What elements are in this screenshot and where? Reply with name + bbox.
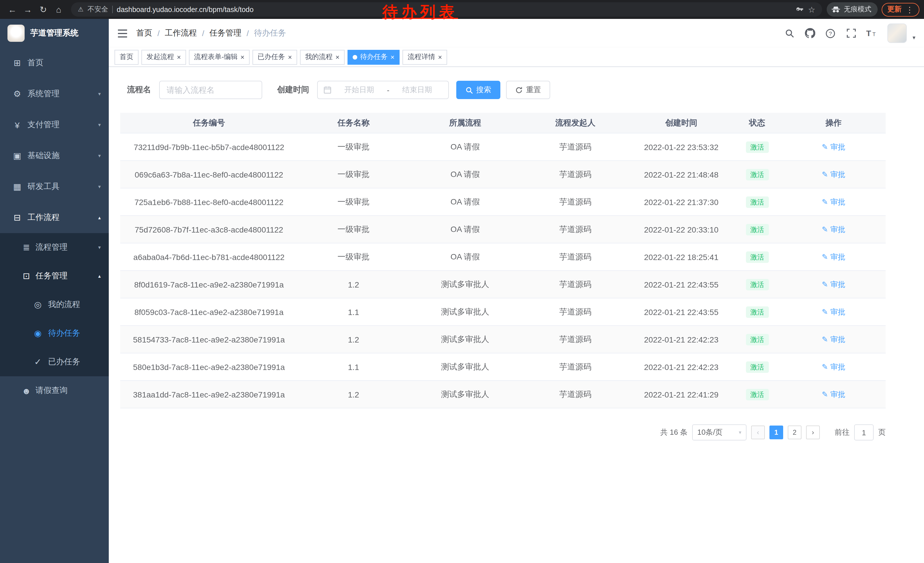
tab-start-process[interactable]: 发起流程 × — [141, 50, 186, 65]
divider — [112, 6, 113, 13]
browser-home-button[interactable]: ⌂ — [51, 2, 66, 17]
svg-text:?: ? — [829, 30, 832, 36]
table-row: a6aba0a4-7b6d-11ec-b781-acde48001122 一级审… — [120, 243, 886, 271]
close-icon[interactable]: × — [390, 54, 394, 60]
close-icon[interactable]: × — [240, 54, 244, 60]
browser-reload-button[interactable]: ↻ — [36, 2, 51, 17]
search-icon — [465, 86, 473, 94]
close-icon[interactable]: × — [438, 54, 442, 60]
chevron-down-icon: ▾ — [98, 122, 101, 128]
approve-link[interactable]: ✎审批 — [822, 362, 845, 372]
edit-icon: ✎ — [822, 170, 828, 179]
create-time-range-picker[interactable]: 开始日期 - 结束日期 — [317, 81, 449, 99]
sidebar-item-devtools[interactable]: ▦ 研发工具 ▾ — [0, 171, 109, 202]
edit-icon: ✎ — [822, 363, 828, 371]
process-name-input[interactable] — [159, 81, 262, 99]
goto-page-input[interactable] — [854, 424, 874, 440]
avatar[interactable] — [887, 24, 907, 43]
tab-my-process[interactable]: 我的流程 × — [300, 50, 345, 65]
incognito-label: 无痕模式 — [844, 5, 872, 14]
breadcrumb-task-mgmt[interactable]: 任务管理 — [210, 28, 242, 38]
tab-home[interactable]: 首页 — [114, 50, 138, 65]
approve-link[interactable]: ✎审批 — [822, 334, 845, 344]
edit-icon: ✎ — [822, 198, 828, 206]
close-icon[interactable]: × — [288, 54, 292, 60]
next-page-button[interactable]: › — [806, 426, 820, 439]
search-button[interactable]: 搜索 — [456, 81, 500, 99]
approve-link[interactable]: ✎审批 — [822, 142, 845, 152]
app-logo-row: 芋道管理系统 — [0, 19, 109, 48]
approve-link[interactable]: ✎审批 — [822, 197, 845, 207]
bookmark-star-icon[interactable]: ☆ — [808, 5, 815, 14]
font-size-icon[interactable]: TT — [863, 25, 880, 42]
page-button-2[interactable]: 2 — [788, 426, 801, 439]
tab-form-edit[interactable]: 流程表单-编辑 × — [189, 50, 250, 65]
edit-icon: ✎ — [822, 308, 828, 316]
breadcrumb-workflow[interactable]: 工作流程 — [165, 28, 197, 38]
sidebar-item-home[interactable]: ⊞ 首页 — [0, 48, 109, 78]
reset-button[interactable]: 重置 — [506, 81, 550, 99]
total-count: 共 16 条 — [660, 427, 687, 438]
status-badge: 激活 — [746, 306, 769, 318]
sidebar-item-done-task[interactable]: ✓ 已办任务 — [0, 348, 109, 376]
browser-forward-button[interactable]: → — [20, 2, 36, 17]
page-unit-label: 页 — [878, 427, 886, 438]
sidebar-item-infra[interactable]: ▣ 基础设施 ▾ — [0, 140, 109, 171]
fullscreen-icon[interactable] — [843, 25, 860, 42]
edit-icon: ✎ — [822, 335, 828, 344]
sidebar-item-todo-task[interactable]: ◉ 待办任务 — [0, 319, 109, 348]
approve-link[interactable]: ✎审批 — [822, 279, 845, 290]
dashboard-icon: ⊞ — [13, 58, 22, 68]
menu-dots-icon[interactable]: ⋮ — [906, 5, 914, 14]
close-icon[interactable]: × — [177, 54, 181, 60]
status-badge: 激活 — [746, 224, 769, 235]
table-row: 75d72608-7b7f-11ec-a3c8-acde48001122 一级审… — [120, 216, 886, 243]
check-icon: ✓ — [33, 357, 42, 367]
app-title: 芋道管理系统 — [30, 28, 78, 38]
page-button-1[interactable]: 1 — [770, 426, 783, 439]
sidebar-item-my-process[interactable]: ◎ 我的流程 — [0, 290, 109, 319]
update-button[interactable]: 更新 ⋮ — [882, 3, 920, 17]
approve-link[interactable]: ✎审批 — [822, 307, 845, 317]
key-icon[interactable] — [796, 6, 804, 14]
table-header: 任务编号 任务名称 所属流程 流程发起人 创建时间 状态 操作 — [120, 113, 886, 134]
approve-link[interactable]: ✎审批 — [822, 252, 845, 262]
approve-link[interactable]: ✎审批 — [822, 169, 845, 180]
approve-link[interactable]: ✎审批 — [822, 389, 845, 399]
annotation-todo-list: 待办列表 — [382, 2, 458, 23]
top-navbar: 首页 / 工作流程 / 任务管理 / 待办任务 — [109, 19, 924, 48]
github-icon[interactable] — [801, 25, 819, 42]
tab-done-task[interactable]: 已办任务 × — [252, 50, 297, 65]
page-size-select[interactable]: 10条/页 ▾ — [692, 424, 747, 440]
chevron-left-icon: ‹ — [757, 428, 759, 437]
calendar-icon — [324, 86, 332, 94]
tab-todo-task[interactable]: 待办任务 × — [348, 50, 400, 65]
help-icon[interactable]: ? — [822, 25, 839, 42]
chevron-down-icon: ▾ — [98, 245, 101, 250]
search-icon[interactable] — [781, 25, 798, 42]
sidebar-item-system[interactable]: ⚙ 系统管理 ▾ — [0, 78, 109, 110]
start-date-placeholder: 开始日期 — [334, 85, 385, 95]
incognito-icon — [831, 6, 840, 13]
app-logo — [8, 25, 25, 42]
close-icon[interactable]: × — [336, 54, 339, 60]
refresh-icon — [515, 86, 523, 94]
browser-back-button[interactable]: ← — [4, 2, 20, 17]
status-badge: 激活 — [746, 279, 769, 290]
sidebar-item-process-mgmt[interactable]: ≣ 流程管理 ▾ — [0, 233, 109, 262]
todo-task-table: 任务编号 任务名称 所属流程 流程发起人 创建时间 状态 操作 73211d9d… — [120, 113, 886, 408]
hamburger-icon[interactable] — [117, 29, 128, 38]
approve-link[interactable]: ✎审批 — [822, 224, 845, 234]
sidebar: 芋道管理系统 ⊞ 首页 ⚙ 系统管理 ▾ ¥ 支付管理 ▾ ▣ 基础设施 ▾ — [0, 19, 109, 563]
status-badge: 激活 — [746, 251, 769, 263]
sidebar-item-workflow[interactable]: ⊟ 工作流程 ▴ — [0, 202, 109, 233]
workflow-submenu: ≣ 流程管理 ▾ ⊡ 任务管理 ▴ ◎ 我的流程 ◉ 待办任务 — [0, 233, 109, 376]
url-text: dashboard.yudao.iocoder.cn/bpm/task/todo — [117, 6, 254, 14]
tab-process-detail[interactable]: 流程详情 × — [402, 50, 447, 65]
breadcrumb-home[interactable]: 首页 — [136, 28, 152, 38]
sidebar-item-task-mgmt[interactable]: ⊡ 任务管理 ▴ — [0, 262, 109, 290]
sidebar-item-leave-query[interactable]: ☻ 请假查询 — [0, 376, 109, 405]
prev-page-button[interactable]: ‹ — [751, 426, 765, 439]
sidebar-item-payment[interactable]: ¥ 支付管理 ▾ — [0, 110, 109, 140]
chevron-down-icon[interactable]: ▾ — [912, 35, 915, 41]
